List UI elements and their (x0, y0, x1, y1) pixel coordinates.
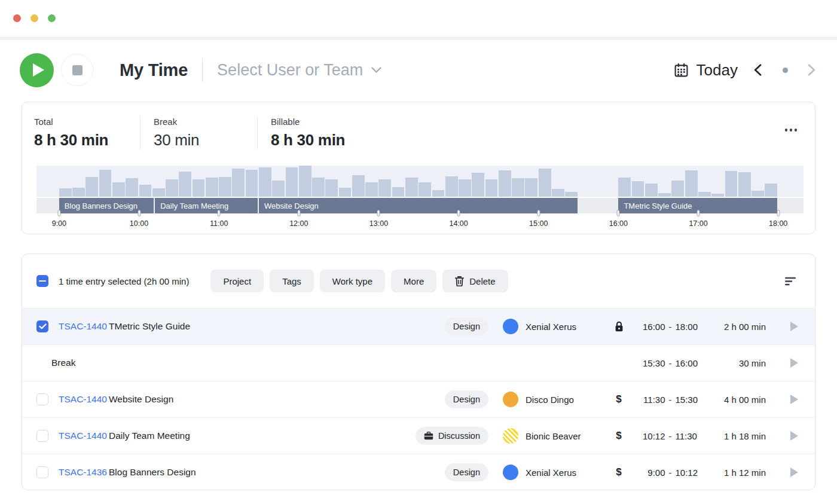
entry-play-cell (766, 431, 798, 441)
activity-bar (618, 178, 631, 197)
resume-entry-button[interactable] (790, 468, 798, 477)
calendar-icon[interactable] (674, 63, 689, 78)
trash-icon (455, 276, 464, 286)
entry-time-range: 16:00-18:00 (632, 322, 708, 332)
user-team-selector[interactable]: Select User or Team (217, 61, 381, 80)
entry-duration: 1 h 18 min (708, 431, 766, 441)
app-header: My Time Select User or Team Today (20, 51, 815, 88)
activity-bar (472, 173, 484, 197)
tag-pill[interactable]: Design (445, 390, 488, 408)
activity-bar (179, 172, 191, 197)
chevron-right-icon (808, 64, 815, 76)
activity-bar (525, 178, 537, 197)
entry-issue-link[interactable]: TSAC-1440 (59, 394, 109, 405)
activity-bar (72, 188, 85, 197)
timeline-block[interactable]: Website Design (259, 198, 578, 213)
activity-bar (632, 181, 644, 197)
delete-button[interactable]: Delete (442, 270, 508, 292)
entry-billable-cell: $ (606, 430, 632, 442)
member-name: Xenial Xerus (526, 322, 576, 332)
tag-pill[interactable]: Design (445, 317, 488, 335)
resume-entry-button[interactable] (790, 431, 798, 441)
toolbar-button-work-type[interactable]: Work type (320, 270, 385, 292)
activity-bar (432, 190, 445, 197)
stat-break-label: Break (154, 117, 243, 127)
previous-day-button[interactable] (754, 64, 762, 76)
time-separator: - (669, 468, 672, 478)
activity-bar (552, 189, 564, 197)
member-avatar (503, 428, 518, 444)
bulk-action-buttons: ProjectTagsWork typeMoreDelete (210, 270, 508, 292)
timeline-tick (297, 210, 300, 216)
entry-checkbox[interactable] (36, 466, 48, 478)
activity-bar (765, 184, 777, 197)
activity-bar (312, 178, 325, 197)
minimize-window-icon[interactable] (30, 14, 38, 22)
summary-more-menu-icon[interactable] (783, 126, 800, 134)
entry-billable-cell (606, 321, 632, 332)
start-timer-button[interactable] (20, 53, 54, 87)
activity-bar (445, 176, 458, 197)
tag-pill-label: Design (453, 322, 480, 331)
time-entry-row[interactable]: TSAC-1440Website DesignDesignDisco Dingo… (22, 381, 815, 417)
billable-lock-toggle[interactable] (615, 321, 624, 332)
timeline-tick (697, 210, 700, 216)
resume-entry-button[interactable] (790, 322, 798, 331)
billable-dollar-toggle[interactable]: $ (616, 466, 621, 478)
entry-details: DiscussionBionic Beaver$10:12-11:301 h 1… (399, 427, 798, 445)
activity-bar (565, 192, 578, 197)
timeline-block[interactable]: Daily Team Meeting (155, 198, 258, 213)
activity-bar (126, 178, 138, 197)
billable-dollar-toggle[interactable]: $ (616, 393, 621, 405)
entry-tag-cell: Design (399, 463, 488, 481)
time-separator: - (669, 431, 672, 441)
time-entry-row[interactable]: TSAC-1440TMetric Style GuideDesignXenial… (22, 308, 815, 344)
entry-checkbox[interactable] (36, 393, 48, 405)
stop-timer-button[interactable] (61, 54, 93, 86)
entry-duration: 1 h 12 min (708, 468, 766, 478)
sort-button[interactable] (783, 274, 798, 288)
time-entry-row[interactable]: Break15:30-16:0030 min (22, 344, 815, 381)
entry-end-time: 18:00 (676, 322, 702, 332)
check-icon (39, 323, 47, 329)
toolbar-button-project[interactable]: Project (210, 270, 264, 292)
timeline-tick (617, 210, 620, 216)
entry-end-time: 10:12 (676, 468, 702, 478)
billable-dollar-toggle[interactable]: $ (616, 430, 621, 442)
activity-bar (365, 182, 378, 197)
entry-checkbox[interactable] (36, 430, 48, 442)
entry-issue-link[interactable]: TSAC-1440 (59, 430, 109, 441)
activity-bar (405, 178, 418, 197)
close-window-icon[interactable] (13, 14, 21, 22)
entry-play-cell (766, 468, 798, 477)
time-entry-row[interactable]: TSAC-1440Daily Team MeetingDiscussionBio… (22, 417, 815, 454)
entry-issue-link[interactable]: TSAC-1440 (59, 321, 109, 332)
entry-duration: 30 min (708, 358, 766, 368)
entry-member-cell: Bionic Beaver (488, 428, 606, 444)
entry-checkbox[interactable] (36, 320, 48, 332)
tag-pill[interactable]: Design (445, 463, 488, 481)
next-day-button[interactable] (808, 64, 815, 76)
activity-bar (752, 191, 764, 197)
entry-time-range: 15:30-16:00 (632, 358, 708, 368)
today-label[interactable]: Today (697, 61, 738, 80)
select-all-checkbox[interactable] (36, 275, 48, 287)
time-entry-row[interactable]: TSAC-1436Blog Banners DesignDesignXenial… (22, 454, 815, 490)
resume-entry-button[interactable] (790, 358, 798, 368)
zoom-window-icon[interactable] (48, 14, 56, 22)
entry-time-range: 10:12-11:30 (632, 431, 708, 441)
current-day-dot[interactable] (783, 68, 788, 73)
time-entries-list: TSAC-1440TMetric Style GuideDesignXenial… (22, 308, 815, 490)
activity-bar (259, 167, 271, 197)
play-icon (32, 63, 45, 77)
entry-title: TMetric Style Guide (109, 321, 190, 332)
tag-pill[interactable]: Discussion (416, 427, 488, 445)
entry-time-range: 9:00-10:12 (632, 468, 708, 478)
toolbar-button-more[interactable]: More (391, 270, 436, 292)
entry-start-time: 9:00 (639, 468, 665, 478)
activity-bar (246, 170, 258, 197)
toolbar-button-tags[interactable]: Tags (270, 270, 314, 292)
resume-entry-button[interactable] (790, 395, 798, 404)
date-navigation: Today (674, 61, 815, 80)
entry-issue-link[interactable]: TSAC-1436 (59, 467, 109, 478)
